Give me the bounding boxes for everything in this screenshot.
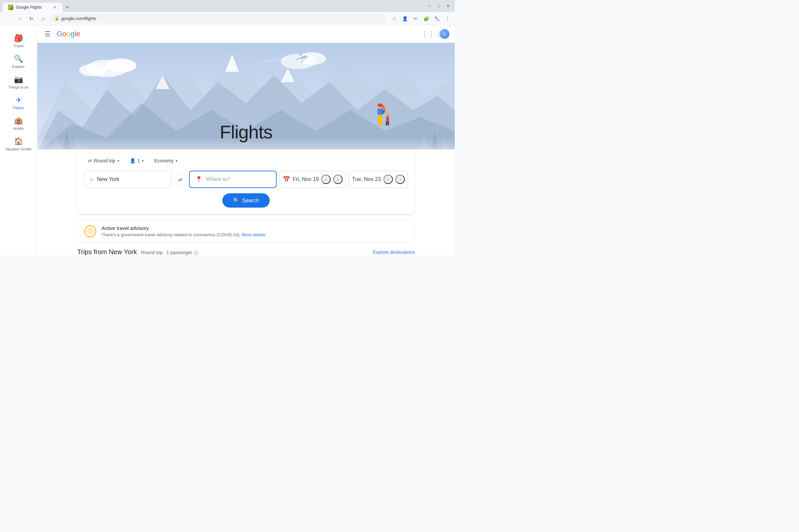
search-button[interactable]: 🔍 Search [222, 193, 270, 208]
avatar-initial: U [443, 32, 446, 36]
trip-type-chevron: ▾ [117, 159, 119, 163]
sidebar-label-explore: Explore [12, 64, 25, 69]
trips-title-group: Trips from New York Round trip · 1 passe… [77, 248, 198, 255]
search-button-label: Search [242, 197, 259, 204]
cabin-class-chevron: ▾ [176, 159, 178, 163]
user-avatar[interactable]: U [440, 29, 449, 39]
cabin-class-button[interactable]: Economy ▾ [150, 156, 181, 165]
page: 🎒 Travel 🔍 Explore 📷 Things to do ✈ Flig… [0, 25, 455, 255]
tab-favicon [8, 5, 13, 10]
origin-value: New York [97, 176, 119, 182]
destination-field[interactable]: 📍 Where to? [189, 171, 277, 188]
svg-rect-19 [378, 113, 383, 120]
hero-section: Flights [37, 43, 455, 149]
sidebar-label-travel: Travel [13, 44, 23, 48]
flights-icon: ✈ [16, 96, 22, 104]
search-panel: ⇄ Round trip ▾ 👤 1 ▾ Economy ▾ ○ [77, 149, 415, 214]
sidebar-item-hotels[interactable]: 🏨 Hotels [0, 113, 37, 134]
trips-subtitle: Round trip · 1 passenger [141, 250, 192, 255]
toolbar-actions: ☆ 👤 ✂ 🧩 🔧 ⋮ [390, 14, 452, 23]
search-fields-row: ○ New York ⇄ 📍 Where to? 📅 Fri, Nov 19 ‹ [84, 171, 408, 188]
trips-info-icon: ⓘ [194, 250, 198, 255]
close-button[interactable]: ✕ [444, 2, 452, 10]
passengers-button[interactable]: 👤 1 ▾ [126, 156, 148, 165]
trip-type-button[interactable]: ⇄ Round trip ▾ [84, 156, 123, 165]
advisory-more-details-link[interactable]: More details [242, 232, 266, 237]
browser-toolbar: ← → ↻ ⌂ 🔒 google.com/flights ☆ 👤 ✂ 🧩 🔧 ⋮ [0, 12, 455, 25]
back-button[interactable]: ← [3, 14, 12, 23]
svg-rect-30 [388, 121, 389, 126]
svg-rect-29 [386, 121, 387, 126]
google-header: ☰ Google ⋮⋮⋮ U [37, 25, 455, 43]
extension-icon[interactable]: 🔧 [432, 14, 442, 23]
address-bar[interactable]: 🔒 google.com/flights [51, 14, 387, 23]
passengers-label: 1 [137, 158, 140, 163]
origin-field[interactable]: ○ New York [84, 171, 172, 188]
swap-icon: ⇄ [88, 158, 92, 163]
header-right: ⋮⋮⋮ U [426, 28, 449, 39]
browser-titlebar: Google Flights ✕ + ─ □ ✕ [0, 0, 455, 12]
explore-icon: 🔍 [14, 55, 23, 63]
return-date-prev[interactable]: ‹ [384, 175, 393, 184]
maximize-button[interactable]: □ [435, 2, 443, 10]
cabin-class-label: Economy [154, 158, 173, 163]
advisory-title: Active travel advisory [101, 225, 265, 231]
tab-title: Google Flights [16, 5, 49, 10]
advisory-content: Active travel advisory There's a governm… [101, 225, 265, 237]
page-title: Flights [220, 121, 272, 143]
lock-icon: 🔒 [55, 16, 59, 21]
search-button-icon: 🔍 [233, 197, 240, 204]
active-tab[interactable]: Google Flights ✕ [3, 3, 62, 12]
departure-date-field[interactable]: 📅 Fri, Nov 19 ‹ › [279, 171, 346, 188]
sidebar-label-hotels: Hotels [13, 127, 24, 130]
trip-type-label: Round trip [94, 158, 115, 163]
sidebar-item-vacation-rentals[interactable]: 🏠 Vacation rentals [0, 134, 37, 154]
google-apps-button[interactable]: ⋮⋮⋮ [426, 28, 437, 39]
refresh-button[interactable]: ↻ [26, 14, 36, 23]
return-date-next[interactable]: › [395, 175, 405, 184]
swap-arrows-icon: ⇄ [178, 176, 182, 183]
swap-airports-button[interactable]: ⇄ [174, 173, 186, 185]
window-controls: ─ □ ✕ [426, 2, 452, 10]
advisory-info-icon: ⓘ [84, 225, 96, 237]
header-left: ☰ Google [43, 28, 80, 40]
sidebar-item-flights[interactable]: ✈ Flights [0, 93, 37, 113]
extension-puzzle-icon[interactable]: 🧩 [422, 14, 431, 23]
travel-icon: 🎒 [14, 34, 23, 43]
return-date-value: Tue, Nov 23 [352, 176, 381, 182]
minimize-button[interactable]: ─ [426, 2, 433, 10]
sidebar-item-explore[interactable]: 🔍 Explore [0, 51, 37, 72]
sidebar-label-vacation-rentals: Vacation rentals [5, 147, 31, 151]
new-tab-button[interactable]: + [62, 3, 72, 12]
google-logo: Google [57, 30, 80, 38]
trips-section: Trips from New York Round trip · 1 passe… [77, 248, 415, 255]
advisory-text: There's a government travel advisory rel… [101, 232, 265, 237]
explore-destinations-link[interactable]: Explore destinations [373, 249, 415, 255]
trips-title: Trips from New York [77, 248, 137, 255]
bookmark-button[interactable]: ☆ [390, 14, 399, 23]
url-text: google.com/flights [61, 16, 96, 21]
travel-advisory-banner: ⓘ Active travel advisory There's a gover… [77, 220, 415, 243]
sidebar-item-things-to-do[interactable]: 📷 Things to do [0, 72, 37, 93]
sidebar-label-things-to-do: Things to do [8, 85, 29, 89]
sidebar-label-flights: Flights [13, 106, 24, 110]
return-date-field[interactable]: Tue, Nov 23 ‹ › [349, 171, 408, 188]
departure-date-next[interactable]: › [333, 175, 342, 184]
departure-date-prev[interactable]: ‹ [321, 175, 331, 184]
vacation-rentals-icon: 🏠 [14, 137, 23, 146]
person-icon: 👤 [130, 158, 135, 163]
svg-rect-28 [386, 116, 389, 121]
menu-button[interactable]: ⋮ [443, 14, 452, 23]
search-options-row: ⇄ Round trip ▾ 👤 1 ▾ Economy ▾ [84, 156, 408, 165]
location-pin-icon: 📍 [195, 176, 202, 183]
home-button[interactable]: ⌂ [39, 14, 48, 23]
tab-close-button[interactable]: ✕ [52, 5, 57, 10]
sidebar-item-travel[interactable]: 🎒 Travel [0, 31, 37, 51]
profile-icon[interactable]: 👤 [400, 14, 409, 23]
origin-dot-icon: ○ [90, 176, 94, 183]
forward-button[interactable]: → [15, 14, 24, 23]
departure-date-value: Fri, Nov 19 [293, 176, 319, 182]
destination-placeholder: Where to? [206, 176, 230, 182]
hamburger-menu[interactable]: ☰ [43, 28, 53, 40]
extension-scissors-icon[interactable]: ✂ [411, 14, 420, 23]
